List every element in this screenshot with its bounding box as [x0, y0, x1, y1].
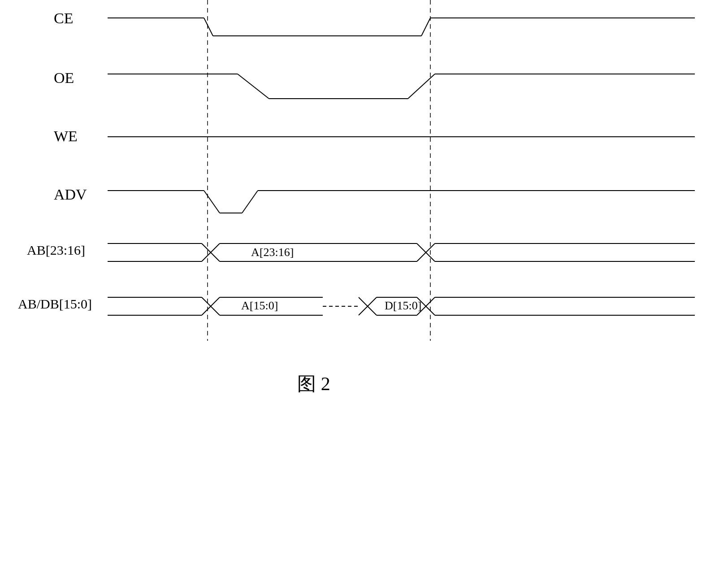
adv-label: ADV	[54, 186, 87, 203]
ce-label: CE	[54, 10, 73, 26]
timing-diagram: CE OE WE ADV AB[23:16]	[0, 0, 728, 565]
caption: 图 2	[297, 374, 330, 394]
ab2316-label: AB[23:16]	[27, 243, 85, 257]
we-label: WE	[54, 128, 78, 144]
a150-value: A[15:0]	[241, 299, 278, 312]
abdb150-label: AB/DB[15:0]	[18, 296, 92, 311]
oe-label: OE	[54, 70, 74, 86]
d150-value: D[15:0]	[385, 299, 421, 312]
ab2316-value: A[23:16]	[251, 246, 294, 259]
